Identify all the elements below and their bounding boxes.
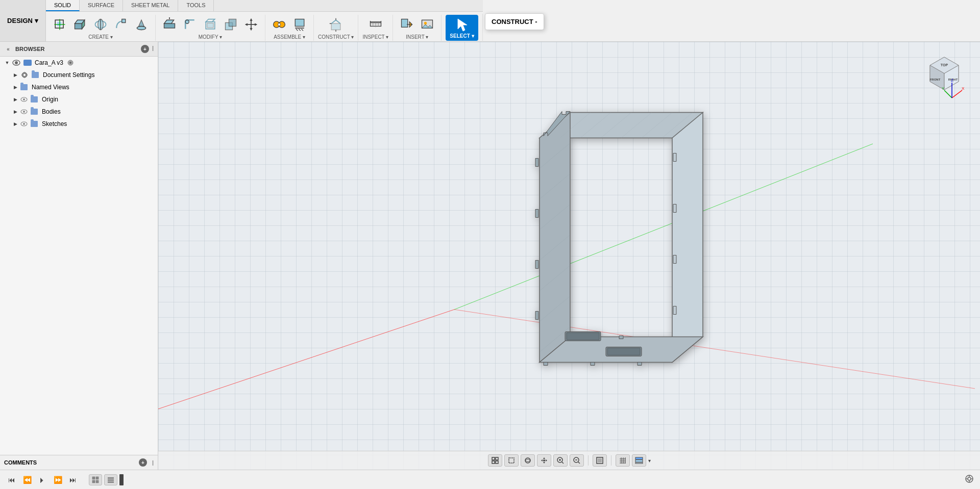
orbit-button[interactable] (521, 454, 535, 467)
sketches-folder-icon (31, 121, 38, 127)
zoom-in-button[interactable] (553, 454, 568, 467)
viewport[interactable]: TOP FRONT RIGHT Y X Z (158, 42, 980, 470)
tree-item-sketches[interactable]: ▶ Sketches (0, 118, 158, 130)
svg-rect-4 (75, 23, 82, 29)
view-options-button[interactable] (632, 454, 646, 467)
play-button[interactable]: ⏵ (37, 474, 48, 485)
tree-root-item[interactable]: ▼ Cara_A v3 (0, 57, 158, 69)
shell-icon (203, 17, 217, 32)
svg-rect-148 (635, 460, 643, 462)
sketches-arrow-icon[interactable]: ▶ (12, 121, 18, 127)
sweep-button[interactable] (111, 16, 131, 33)
timeline-marker[interactable] (119, 474, 124, 485)
measure-icon (369, 17, 383, 32)
sketches-visibility-icon[interactable] (20, 121, 28, 126)
zoom-in-icon (556, 456, 565, 465)
tab-bar: SOLID SURFACE SHEET METAL TOOLS (46, 0, 483, 41)
browser-header: « BROWSER + | (0, 42, 158, 57)
root-label: Cara_A v3 (35, 59, 63, 66)
new-component-button[interactable] (50, 16, 69, 33)
tab-solid[interactable]: SOLID (46, 0, 80, 11)
bodies-visibility-icon[interactable] (20, 109, 28, 114)
timeline-list-button[interactable] (104, 474, 117, 485)
svg-rect-63 (24, 77, 25, 78)
view-options-dropdown-icon[interactable]: ▾ (648, 458, 651, 464)
timeline-view-buttons (89, 474, 124, 485)
tab-tools[interactable]: TOOLS (178, 0, 214, 11)
rewind-to-start-button[interactable]: ⏮ (6, 474, 17, 485)
browser-collapse-button[interactable]: « (4, 45, 12, 53)
insert-label[interactable]: INSERT ▾ (406, 34, 428, 40)
construct-label[interactable]: CONSTRUCT ▾ (318, 34, 354, 40)
pan-icon (540, 456, 548, 465)
svg-marker-77 (672, 112, 703, 362)
ground-button[interactable] (290, 16, 309, 33)
timeline-list-icon (107, 476, 114, 483)
modify-label[interactable]: MODIFY ▾ (199, 34, 222, 40)
combine-button[interactable] (221, 16, 240, 33)
insert-button[interactable] (397, 16, 416, 33)
step-forward-button[interactable]: ⏩ (52, 474, 63, 485)
view-cube[interactable]: TOP FRONT RIGHT Y X Z (924, 52, 965, 93)
move-button[interactable] (241, 16, 261, 33)
frame-button[interactable] (504, 454, 519, 467)
loft-button[interactable] (132, 16, 151, 33)
tree-item-named-views[interactable]: ▶ Named Views (0, 81, 158, 93)
shell-button[interactable] (201, 16, 220, 33)
select-button[interactable]: SELECT ▾ (446, 15, 478, 41)
create-label[interactable]: CREATE ▾ (88, 34, 113, 40)
tree-item-bodies[interactable]: ▶ Bodies (0, 106, 158, 118)
tree-item-document-settings[interactable]: ▶ Document Settings (0, 69, 158, 81)
timeline-grid-button[interactable] (89, 474, 102, 485)
joint-button[interactable] (270, 16, 289, 33)
loft-icon (134, 17, 149, 32)
origin-arrow-icon[interactable]: ▶ (12, 96, 18, 102)
construct-tooltip: CONSTRUCT - (485, 13, 544, 30)
svg-marker-100 (535, 158, 538, 166)
named-views-arrow-icon[interactable]: ▶ (12, 84, 18, 90)
origin-visibility-icon[interactable] (20, 97, 28, 102)
root-arrow-icon[interactable]: ▼ (4, 60, 10, 66)
extrude-button[interactable] (70, 16, 90, 33)
step-back-button[interactable]: ⏪ (21, 474, 33, 485)
browser-add-button[interactable]: + (141, 45, 149, 53)
revolve-button[interactable] (91, 16, 110, 33)
timeline-grid-icon (92, 476, 99, 483)
forward-to-end-button[interactable]: ⏭ (67, 474, 79, 485)
comments-add-button[interactable]: + (139, 458, 147, 467)
inspect-label[interactable]: INSPECT ▾ (362, 34, 388, 40)
insert-image-button[interactable] (418, 16, 437, 33)
svg-rect-129 (509, 458, 514, 463)
fit-screen-button[interactable] (488, 454, 502, 467)
design-button[interactable]: DESIGN ▾ (0, 0, 46, 41)
comments-add-icon[interactable]: + (139, 458, 147, 467)
svg-marker-102 (535, 260, 538, 268)
construct-button[interactable] (326, 16, 346, 33)
tab-sheet-metal[interactable]: SHEET METAL (123, 0, 178, 11)
measure-button[interactable] (366, 16, 385, 33)
root-settings-icon[interactable] (67, 60, 74, 66)
sidebar: « BROWSER + | ▼ Cara_A v3 (0, 42, 158, 470)
press-pull-button[interactable] (160, 16, 179, 33)
fillet-button[interactable] (180, 16, 200, 33)
svg-rect-156 (108, 481, 114, 483)
zoom-out-icon (573, 456, 581, 465)
bodies-arrow-icon[interactable]: ▶ (12, 109, 18, 115)
assemble-label[interactable]: ASSEMBLE ▾ (274, 34, 305, 40)
axis-indicator-svg: Y X Z (939, 78, 965, 103)
svg-marker-25 (250, 28, 252, 31)
select-label: SELECT ▾ (450, 33, 474, 39)
tree-item-origin[interactable]: ▶ Origin (0, 93, 158, 106)
combine-icon (224, 17, 238, 32)
root-visibility-icon[interactable] (12, 59, 20, 67)
display-mode-button[interactable] (593, 454, 607, 467)
doc-settings-arrow-icon[interactable]: ▶ (12, 72, 18, 78)
zoom-out-button[interactable] (570, 454, 584, 467)
root-folder-icon (23, 60, 32, 66)
pan-button[interactable] (537, 454, 551, 467)
svg-line-138 (578, 462, 580, 464)
tab-surface[interactable]: SURFACE (80, 0, 123, 11)
settings-button[interactable] (965, 474, 974, 485)
grid-display-button[interactable] (616, 454, 630, 467)
svg-marker-101 (535, 209, 538, 217)
